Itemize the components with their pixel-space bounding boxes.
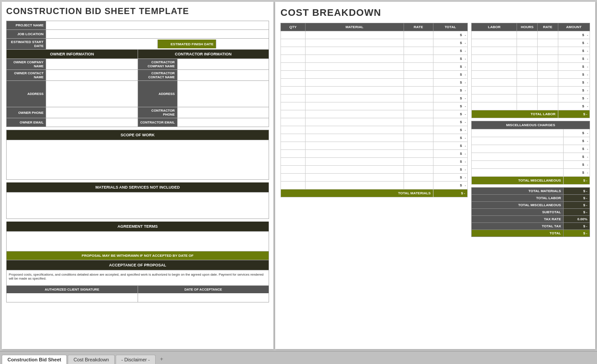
material-row[interactable]: $ -: [281, 71, 468, 79]
material-row[interactable]: $ -: [281, 31, 468, 39]
mat-rate-cell[interactable]: [404, 182, 433, 189]
owner-email-value[interactable]: [46, 118, 138, 127]
material-row[interactable]: $ -: [281, 118, 468, 126]
mat-rate-cell[interactable]: [404, 55, 433, 63]
mat-qty-cell[interactable]: [281, 158, 306, 166]
mat-material-cell[interactable]: [305, 39, 404, 47]
mat-qty-cell[interactable]: [281, 47, 306, 55]
material-row[interactable]: $ -: [281, 158, 468, 166]
mat-rate-cell[interactable]: [404, 166, 433, 174]
tab-add-button[interactable]: +: [157, 354, 167, 364]
mat-rate-cell[interactable]: [404, 118, 433, 126]
mat-qty-cell[interactable]: [281, 182, 306, 189]
signature-value[interactable]: [7, 293, 138, 302]
mat-material-cell[interactable]: [305, 110, 404, 118]
mat-qty-cell[interactable]: [281, 166, 306, 174]
material-row[interactable]: $ -: [281, 174, 468, 182]
misc-row[interactable]: $ -: [472, 145, 590, 153]
owner-contact-value[interactable]: [46, 70, 138, 81]
labor-rate-cell[interactable]: [538, 47, 558, 55]
labor-rate-cell[interactable]: [538, 71, 558, 79]
mat-material-cell[interactable]: [305, 182, 404, 189]
labor-rate-cell[interactable]: [538, 102, 558, 110]
labor-hours-cell[interactable]: [517, 55, 538, 63]
mat-rate-cell[interactable]: [404, 47, 433, 55]
mat-rate-cell[interactable]: [404, 79, 433, 87]
misc-row[interactable]: $ -: [472, 169, 590, 177]
mat-rate-cell[interactable]: [404, 31, 433, 39]
mat-qty-cell[interactable]: [281, 102, 306, 110]
labor-name-cell[interactable]: [472, 71, 517, 79]
labor-rate-cell[interactable]: [538, 87, 558, 95]
tab-disclaimer[interactable]: - Disclaimer -: [116, 355, 156, 364]
material-row[interactable]: $ -: [281, 39, 468, 47]
labor-hours-cell[interactable]: [517, 87, 538, 95]
project-name-value[interactable]: [46, 21, 269, 30]
mat-qty-cell[interactable]: [281, 126, 306, 134]
contractor-phone-value[interactable]: [177, 107, 269, 118]
mat-material-cell[interactable]: [305, 166, 404, 174]
mat-material-cell[interactable]: [305, 174, 404, 182]
labor-name-cell[interactable]: [472, 47, 517, 55]
mat-material-cell[interactable]: [305, 71, 404, 79]
material-row[interactable]: $ -: [281, 47, 468, 55]
labor-row[interactable]: $ -: [472, 47, 590, 55]
misc-desc-cell[interactable]: [472, 169, 564, 177]
material-row[interactable]: $ -: [281, 55, 468, 63]
mat-material-cell[interactable]: [305, 118, 404, 126]
mat-rate-cell[interactable]: [404, 134, 433, 142]
mat-rate-cell[interactable]: [404, 110, 433, 118]
mat-material-cell[interactable]: [305, 150, 404, 158]
labor-name-cell[interactable]: [472, 87, 517, 95]
labor-hours-cell[interactable]: [517, 47, 538, 55]
scope-of-work-content[interactable]: [6, 140, 269, 180]
material-row[interactable]: $ -: [281, 182, 468, 189]
mat-qty-cell[interactable]: [281, 71, 306, 79]
tab-cost-breakdown[interactable]: Cost Breakdown: [68, 355, 115, 364]
mat-qty-cell[interactable]: [281, 174, 306, 182]
material-row[interactable]: $ -: [281, 63, 468, 71]
mat-rate-cell[interactable]: [404, 63, 433, 71]
material-row[interactable]: $ -: [281, 166, 468, 174]
misc-desc-cell[interactable]: [472, 153, 564, 161]
misc-desc-cell[interactable]: [472, 129, 564, 137]
labor-name-cell[interactable]: [472, 63, 517, 71]
labor-hours-cell[interactable]: [517, 31, 538, 39]
mat-material-cell[interactable]: [305, 87, 404, 95]
labor-name-cell[interactable]: [472, 79, 517, 87]
labor-hours-cell[interactable]: [517, 79, 538, 87]
material-row[interactable]: $ -: [281, 134, 468, 142]
mat-material-cell[interactable]: [305, 142, 404, 150]
mat-rate-cell[interactable]: [404, 87, 433, 95]
contractor-email-value[interactable]: [177, 118, 269, 127]
mat-qty-cell[interactable]: [281, 39, 306, 47]
misc-row[interactable]: $ -: [472, 161, 590, 169]
misc-desc-cell[interactable]: [472, 145, 564, 153]
contractor-contact-value[interactable]: [177, 70, 269, 81]
labor-hours-cell[interactable]: [517, 102, 538, 110]
mat-material-cell[interactable]: [305, 134, 404, 142]
agreement-terms-content[interactable]: [6, 232, 269, 251]
labor-row[interactable]: $ -: [472, 55, 590, 63]
misc-row[interactable]: $ -: [472, 153, 590, 161]
labor-hours-cell[interactable]: [517, 71, 538, 79]
mat-material-cell[interactable]: [305, 158, 404, 166]
mat-material-cell[interactable]: [305, 63, 404, 71]
mat-material-cell[interactable]: [305, 126, 404, 134]
mat-rate-cell[interactable]: [404, 71, 433, 79]
mat-rate-cell[interactable]: [404, 174, 433, 182]
owner-address-value[interactable]: [46, 81, 138, 107]
mat-qty-cell[interactable]: [281, 110, 306, 118]
labor-rate-cell[interactable]: [538, 39, 558, 47]
material-row[interactable]: $ -: [281, 142, 468, 150]
labor-hours-cell[interactable]: [517, 39, 538, 47]
mat-material-cell[interactable]: [305, 95, 404, 102]
labor-name-cell[interactable]: [472, 31, 517, 39]
material-row[interactable]: $ -: [281, 87, 468, 95]
labor-name-cell[interactable]: [472, 102, 517, 110]
tab-construction-bid-sheet[interactable]: Construction Bid Sheet: [2, 355, 67, 364]
mat-qty-cell[interactable]: [281, 150, 306, 158]
mat-qty-cell[interactable]: [281, 95, 306, 102]
material-row[interactable]: $ -: [281, 150, 468, 158]
mat-qty-cell[interactable]: [281, 55, 306, 63]
